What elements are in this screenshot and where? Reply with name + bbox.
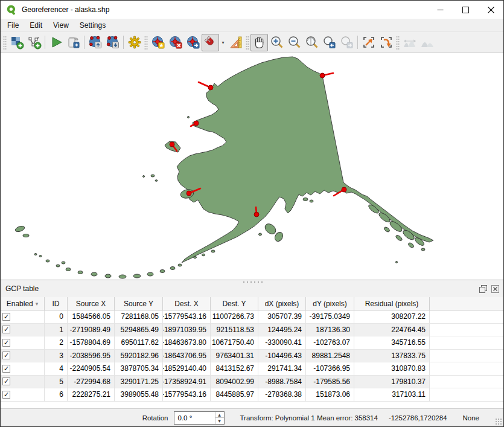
gcp-marker[interactable] <box>191 121 199 126</box>
gcp-cell-dest-x[interactable]: -18971039.95 <box>163 324 211 337</box>
gcp-marker[interactable] <box>320 73 333 78</box>
zoom-last-button[interactable] <box>321 34 338 51</box>
gcp-cell-source-y[interactable]: 7281168.05 <box>115 310 163 324</box>
link-qgis-to-georeferencer-button[interactable] <box>377 34 395 51</box>
title-bar[interactable]: Georeferencer - alaska.shp <box>1 1 503 19</box>
gcp-marker[interactable] <box>199 82 213 90</box>
enabled-checkbox[interactable]: ✓ <box>2 339 10 347</box>
enabled-checkbox[interactable]: ✓ <box>2 365 10 373</box>
gcp-cell-dest-x[interactable]: -18463673.80 <box>163 336 211 350</box>
gcp-cell-source-x[interactable]: -2038596.95 <box>68 350 115 363</box>
gcp-point-dot[interactable] <box>254 212 259 217</box>
zoom-to-layer-button[interactable] <box>303 34 321 51</box>
gcp-cell-source-y[interactable]: 5294865.49 <box>115 324 163 337</box>
gcp-cell-id[interactable]: 4 <box>45 362 68 376</box>
gcp-cell-dest-y[interactable]: 8094002.99 <box>211 376 258 389</box>
gcp-cell-dest-x[interactable]: -15779543.16 <box>163 310 211 324</box>
gcp-cell-residual[interactable]: 310870.83 <box>354 362 430 376</box>
gcp-table-row[interactable]: ✓01584566.057281168.05-15779543.16110072… <box>1 310 503 324</box>
gcp-cell-dest-y[interactable]: 9215118.53 <box>211 324 258 337</box>
menu-file[interactable]: File <box>2 19 24 31</box>
gcp-cell-dy[interactable]: -107366.95 <box>306 362 354 376</box>
gcp-cell-dest-y[interactable]: 10671750.40 <box>211 336 258 350</box>
gcp-table-row[interactable]: ✓62228275.213989055.48-15779543.16844588… <box>1 388 503 402</box>
gdal-script-button[interactable] <box>65 34 82 51</box>
enabled-checkbox[interactable]: ✓ <box>2 313 10 321</box>
gcp-cell-dy[interactable]: -179585.56 <box>306 376 354 389</box>
enabled-checkbox[interactable]: ✓ <box>2 377 10 385</box>
gcp-cell-dx[interactable]: -278368.38 <box>258 388 306 402</box>
rotation-spinbox[interactable]: 0.0 ° ▲ ▼ <box>174 411 225 425</box>
add-point-button[interactable] <box>149 34 167 51</box>
delete-point-button[interactable] <box>167 34 184 51</box>
gcp-cell-dx[interactable]: 124495.24 <box>258 324 306 337</box>
toolbar-grip[interactable] <box>144 35 148 50</box>
gcp-cell-residual[interactable]: 137833.75 <box>354 350 430 363</box>
menu-settings[interactable]: Settings <box>74 19 111 31</box>
panel-splitter-handle[interactable] <box>242 281 263 283</box>
open-raster-button[interactable] <box>8 34 25 51</box>
gcp-cell-id[interactable]: 0 <box>45 310 68 324</box>
minimize-button[interactable] <box>427 1 453 19</box>
panel-float-button[interactable] <box>478 284 488 294</box>
gcp-cell-dx[interactable]: 291741.34 <box>258 362 306 376</box>
spin-up-icon[interactable]: ▲ <box>215 412 224 419</box>
gcp-cell-id[interactable]: 3 <box>45 350 68 363</box>
toolbar-grip[interactable] <box>396 35 400 50</box>
column-header-source-y[interactable]: Source Y <box>115 297 163 310</box>
gcp-cell-dest-x[interactable]: -18529140.40 <box>163 362 211 376</box>
full-histogram-stretch-button[interactable] <box>401 34 418 51</box>
panel-close-button[interactable] <box>490 284 500 294</box>
menu-edit[interactable]: Edit <box>24 19 48 31</box>
gcp-cell-id[interactable]: 2 <box>45 336 68 350</box>
gcp-cell-dest-y[interactable]: 11007266.73 <box>211 310 258 324</box>
gcp-cell-source-y[interactable]: 6950117.62 <box>115 336 163 350</box>
pan-button[interactable] <box>250 34 268 51</box>
gcp-cell-residual[interactable]: 345716.55 <box>354 336 430 350</box>
link-georeferencer-to-qgis-button[interactable] <box>360 34 377 51</box>
gcp-cell-dest-x[interactable]: -17358924.91 <box>163 376 211 389</box>
gcp-cell-residual[interactable]: 308207.22 <box>354 310 430 324</box>
zoom-out-button[interactable] <box>285 34 303 51</box>
gcp-cell-source-x[interactable]: 1584566.05 <box>68 310 115 324</box>
gcp-cell-id[interactable]: 1 <box>45 324 68 337</box>
spin-down-icon[interactable]: ▼ <box>215 418 224 424</box>
zoom-in-button[interactable] <box>268 34 285 51</box>
close-button[interactable] <box>478 1 503 19</box>
column-header-id[interactable]: ID <box>45 297 68 310</box>
gcp-point-dot[interactable] <box>170 142 174 147</box>
map-canvas[interactable] <box>1 53 503 280</box>
column-header-source-x[interactable]: Source X <box>68 297 115 310</box>
gcp-cell-dest-y[interactable]: 8445885.97 <box>211 388 258 402</box>
gcp-cell-dx[interactable]: -104496.43 <box>258 350 306 363</box>
open-vector-button[interactable] <box>25 34 43 51</box>
gcp-cell-dx[interactable]: 305707.39 <box>258 310 306 324</box>
gcp-cell-dy[interactable]: 187136.30 <box>306 324 354 337</box>
gcp-cell-source-x[interactable]: -2240905.54 <box>68 362 115 376</box>
save-gcp-points-button[interactable] <box>104 34 121 51</box>
gcp-cell-dy[interactable]: -39175.0349 <box>306 310 354 324</box>
gcp-point-dot[interactable] <box>208 85 213 90</box>
gcp-cell-source-y[interactable]: 3878705.34 <box>115 362 163 376</box>
column-header-enabled[interactable]: Enabled ▾ <box>1 297 45 310</box>
gcp-cell-id[interactable]: 5 <box>45 376 68 389</box>
gcp-table-row[interactable]: ✓3-2038596.955920182.96-18643706.9597634… <box>1 350 503 363</box>
gcp-cell-dest-y[interactable]: 8413152.67 <box>211 362 258 376</box>
gcp-cell-dx[interactable]: -330090.41 <box>258 336 306 350</box>
gcp-table-row[interactable]: ✓2-1578804.696950117.62-18463673.8010671… <box>1 336 503 350</box>
load-gcp-points-button[interactable] <box>86 34 104 51</box>
gcp-cell-source-x[interactable]: -2719089.49 <box>68 324 115 337</box>
gcp-cell-dy[interactable]: 151873.06 <box>306 388 354 402</box>
gcp-cell-source-y[interactable]: 3290171.25 <box>115 376 163 389</box>
gcp-point-dot[interactable] <box>342 187 346 192</box>
gcp-cell-residual[interactable]: 179810.37 <box>354 376 430 389</box>
enabled-checkbox[interactable]: ✓ <box>2 326 10 333</box>
toolbar-grip[interactable] <box>3 35 7 50</box>
gcp-cell-source-y[interactable]: 3989055.48 <box>115 388 163 402</box>
zoom-next-button[interactable] <box>338 34 356 51</box>
gcp-cell-source-x[interactable]: -1578804.69 <box>68 336 115 350</box>
gcp-cell-residual[interactable]: 317103.11 <box>354 388 430 402</box>
maximize-button[interactable] <box>453 1 478 19</box>
gcp-cell-residual[interactable]: 224764.45 <box>354 324 430 337</box>
rotation-value[interactable]: 0.0 ° <box>174 412 215 424</box>
